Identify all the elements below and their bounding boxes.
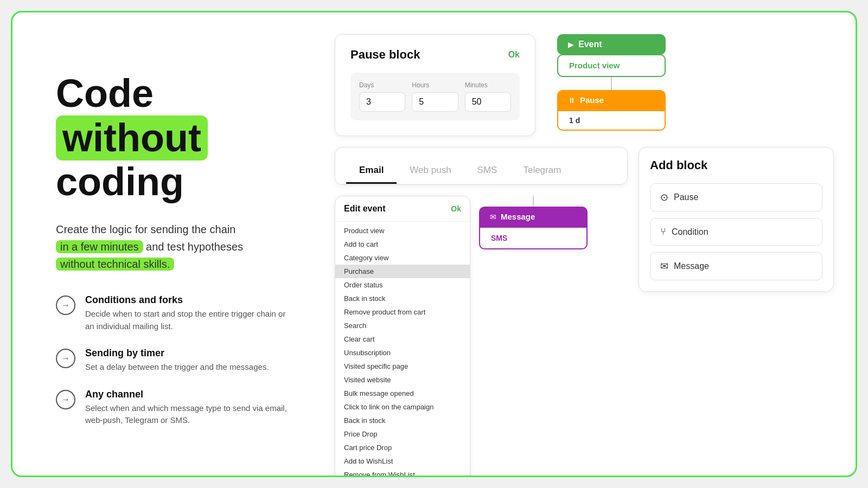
sms-label: SMS bbox=[491, 234, 507, 242]
message-flow-area: ✉ Message SMS bbox=[479, 196, 588, 477]
event-item-visited-page[interactable]: Visited specific page bbox=[335, 359, 470, 373]
title-without: without bbox=[56, 115, 208, 160]
channel-icon: → bbox=[56, 390, 75, 409]
event-item-category[interactable]: Category view bbox=[335, 251, 470, 265]
right-panel: Pause block Ok Days Hours Minutes bbox=[324, 12, 856, 476]
hero-description: Create the logic for sending the chain i… bbox=[56, 221, 291, 273]
feature-timer: → Sending by timer Set a delay between t… bbox=[56, 348, 291, 374]
timer-title: Sending by timer bbox=[85, 348, 269, 359]
features-list: → Conditions and forks Decide when to st… bbox=[56, 294, 291, 427]
channel-desc: Select when and which message type to se… bbox=[85, 402, 291, 427]
days-input[interactable] bbox=[359, 92, 405, 112]
event-item-click-link[interactable]: Click to link on the campaign bbox=[335, 400, 470, 414]
event-item-clear-cart[interactable]: Clear cart bbox=[335, 332, 470, 346]
event-item-product-view[interactable]: Product view bbox=[335, 224, 470, 237]
condition-btn-label: Condition bbox=[672, 227, 709, 237]
hours-group: Hours bbox=[412, 81, 458, 112]
add-block-panel: Add block ⊙ Pause ⑂ Condition ✉ Message bbox=[639, 147, 834, 292]
title-coding: coding bbox=[56, 160, 184, 203]
tabs-row: Email Web push SMS Telegram bbox=[335, 147, 627, 184]
minutes-label: Minutes bbox=[465, 81, 511, 89]
conditions-desc: Decide when to start and stop the entire… bbox=[85, 308, 291, 332]
edit-event-card: Edit event Ok Product view Add to cart C… bbox=[335, 196, 470, 477]
pause-block-card: Pause block Ok Days Hours Minutes bbox=[335, 34, 535, 136]
message-label: Message bbox=[501, 212, 535, 221]
event-item-wishlist[interactable]: Add to WishList bbox=[335, 454, 470, 468]
feature-channel: → Any channel Select when and which mess… bbox=[56, 389, 291, 427]
event-item-back-stock[interactable]: Back in stock bbox=[335, 292, 470, 305]
add-message-button[interactable]: ✉ Message bbox=[650, 252, 822, 280]
conditions-icon: → bbox=[56, 296, 75, 315]
envelope-icon: ✉ bbox=[490, 213, 496, 221]
bottom-left-area: Email Web push SMS Telegram Edit event O… bbox=[335, 147, 628, 477]
play-icon: ▶ bbox=[568, 40, 574, 49]
message-btn-label: Message bbox=[674, 261, 709, 271]
bottom-row: Email Web push SMS Telegram Edit event O… bbox=[335, 147, 834, 477]
top-row: Pause block Ok Days Hours Minutes bbox=[335, 34, 834, 136]
desc-highlight1: in a few minutes bbox=[56, 240, 143, 253]
event-item-cart-price[interactable]: Cart price Drop bbox=[335, 441, 470, 454]
left-panel: Code without coding Create the logic for… bbox=[12, 12, 324, 476]
product-view-label: Product view bbox=[569, 61, 620, 70]
flow-line-msg bbox=[533, 196, 534, 207]
flow-line-1 bbox=[611, 77, 612, 90]
email-tabs-card: Email Web push SMS Telegram bbox=[335, 147, 628, 185]
event-item-order-status[interactable]: Order status bbox=[335, 278, 470, 292]
pause-duration-label: 1 d bbox=[569, 116, 580, 125]
tab-telegram[interactable]: Telegram bbox=[510, 158, 574, 184]
tab-email[interactable]: Email bbox=[346, 158, 397, 184]
event-item-bulk-opened[interactable]: Bulk message opened bbox=[335, 387, 470, 400]
conditions-title: Conditions and forks bbox=[85, 294, 291, 306]
edit-event-ok[interactable]: Ok bbox=[451, 204, 461, 213]
main-container: Code without coding Create the logic for… bbox=[11, 11, 857, 477]
message-block[interactable]: ✉ Message bbox=[479, 207, 588, 227]
pause-block-title: Pause block bbox=[350, 48, 420, 62]
desc-before: Create the logic for sending the chain bbox=[56, 223, 235, 235]
timer-desc: Set a delay between the trigger and the … bbox=[85, 361, 269, 374]
hours-label: Hours bbox=[412, 81, 458, 89]
tab-webpush[interactable]: Web push bbox=[397, 158, 464, 184]
pause-flow-icon: ⏸ bbox=[568, 96, 576, 105]
days-group: Days bbox=[359, 81, 405, 112]
event-item-unsubscription[interactable]: Unsubscription bbox=[335, 346, 470, 359]
title-code: Code bbox=[56, 72, 154, 115]
event-item-search[interactable]: Search bbox=[335, 319, 470, 332]
edit-event-title: Edit event bbox=[344, 204, 385, 214]
edit-event-header: Edit event Ok bbox=[335, 196, 470, 222]
time-inputs: Days Hours Minutes bbox=[350, 73, 520, 120]
event-item-visited-website[interactable]: Visited website bbox=[335, 373, 470, 387]
event-block[interactable]: ▶ Event bbox=[557, 34, 666, 55]
minutes-input[interactable] bbox=[465, 92, 511, 112]
condition-btn-icon: ⑂ bbox=[660, 226, 666, 237]
pause-flow-label: Pause bbox=[580, 95, 604, 105]
edit-message-row: Edit event Ok Product view Add to cart C… bbox=[335, 196, 628, 477]
event-item-remove-product[interactable]: Remove product from cart bbox=[335, 305, 470, 319]
pause-ok-button[interactable]: Ok bbox=[508, 50, 520, 60]
add-block-title: Add block bbox=[650, 158, 822, 172]
pause-duration-block: 1 d bbox=[557, 110, 666, 131]
event-item-add-cart[interactable]: Add to cart bbox=[335, 237, 470, 251]
pause-btn-label: Pause bbox=[674, 192, 698, 202]
hero-title: Code without coding bbox=[56, 72, 291, 203]
pause-flow-block[interactable]: ⏸ Pause bbox=[557, 90, 666, 110]
event-item-remove-wishlist[interactable]: Remove from WishList bbox=[335, 468, 470, 477]
desc-middle: and test hypotheses bbox=[146, 241, 243, 253]
add-pause-button[interactable]: ⊙ Pause bbox=[650, 183, 822, 211]
product-view-block[interactable]: Product view bbox=[557, 54, 666, 77]
event-item-price-drop[interactable]: Price Drop bbox=[335, 427, 470, 441]
hours-input[interactable] bbox=[412, 92, 458, 112]
event-item-back-stock2[interactable]: Back in stock bbox=[335, 414, 470, 427]
channel-title: Any channel bbox=[85, 389, 291, 400]
event-item-purchase[interactable]: Purchase bbox=[335, 265, 470, 278]
pause-btn-icon: ⊙ bbox=[660, 191, 668, 203]
feature-conditions: → Conditions and forks Decide when to st… bbox=[56, 294, 291, 332]
event-list: Product view Add to cart Category view P… bbox=[335, 222, 470, 477]
sms-block: SMS bbox=[479, 227, 588, 249]
pause-block-header: Pause block Ok bbox=[350, 48, 520, 62]
add-condition-button[interactable]: ⑂ Condition bbox=[650, 218, 822, 246]
tab-sms[interactable]: SMS bbox=[464, 158, 510, 184]
timer-icon: → bbox=[56, 349, 75, 368]
desc-highlight2: without technical skills. bbox=[56, 258, 174, 271]
minutes-group: Minutes bbox=[465, 81, 511, 112]
days-label: Days bbox=[359, 81, 405, 89]
